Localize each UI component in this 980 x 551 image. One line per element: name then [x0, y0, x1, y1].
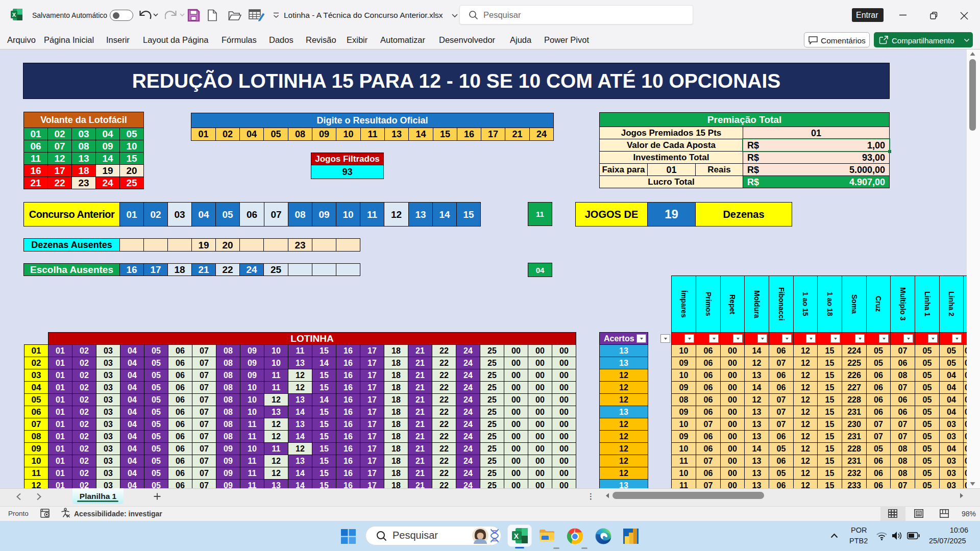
svg-text:X: X — [12, 12, 16, 18]
svg-text:X: X — [514, 532, 519, 540]
